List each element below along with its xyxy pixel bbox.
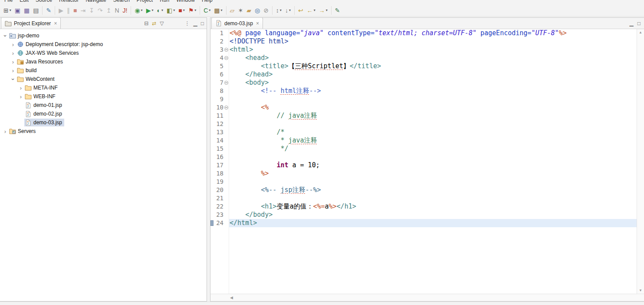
disconnect-button[interactable]: ⇥ (79, 5, 87, 16)
tree-item-meta-inf[interactable]: ›META-INF (0, 83, 207, 92)
minimize-icon[interactable]: ▁ (630, 21, 634, 26)
java-exception-button[interactable]: J! (122, 5, 129, 16)
scroll-down-icon[interactable]: ▼ (639, 288, 642, 292)
chevron-expanded-icon[interactable]: › (10, 76, 16, 83)
mark-occurrences-button[interactable]: ✎ (334, 5, 342, 16)
sort-button[interactable]: ↕▾ (275, 5, 283, 16)
chevron-collapsed-icon[interactable]: › (10, 59, 16, 65)
skip-breakpoints-button[interactable]: N (113, 5, 120, 16)
code-line-text[interactable]: <title>【三种Scriptlet】</title> (229, 62, 637, 70)
menu-refactor[interactable]: Refactor (56, 0, 82, 4)
new-button[interactable]: ⊞▾ (2, 5, 13, 16)
scroll-left-icon[interactable]: ◀ (230, 295, 233, 300)
sash[interactable] (207, 17, 210, 302)
tree-item-demo-03-jsp[interactable]: Jdemo-03.jsp (0, 118, 207, 127)
dropdown-arrow-icon[interactable]: ▾ (141, 8, 143, 12)
coverage-button[interactable]: ◐▾ (155, 5, 164, 16)
menu-file[interactable]: File (1, 0, 16, 4)
code-line-text[interactable]: // java注释 (229, 112, 637, 120)
code-line-text[interactable] (229, 153, 637, 161)
code-line-text[interactable]: <%@ page language="java" contentType="te… (229, 29, 637, 37)
new-java-package-button[interactable]: ▩▾ (213, 5, 223, 16)
dropdown-arrow-icon[interactable]: ▾ (151, 8, 153, 12)
print-button[interactable]: ▤ (32, 5, 40, 16)
dropdown-arrow-icon[interactable]: ▾ (280, 8, 282, 12)
code-line-text[interactable] (229, 194, 637, 202)
debug-flag-button[interactable]: ⚑▾ (187, 5, 198, 16)
step-return-button[interactable]: ↥ (105, 5, 113, 16)
chevron-collapsed-icon[interactable]: › (17, 93, 24, 100)
collapse-fold-icon[interactable] (224, 48, 228, 52)
collapse-fold-icon[interactable] (224, 81, 228, 85)
code-line-text[interactable]: <body> (229, 79, 637, 87)
scroll-up-icon[interactable]: ▲ (639, 30, 642, 34)
collapse-fold-icon[interactable] (224, 56, 228, 60)
minimize-icon[interactable]: ▁ (194, 21, 197, 26)
filter-icon[interactable]: ▽ (160, 21, 164, 26)
code-line-text[interactable] (229, 120, 637, 128)
tree-item-jax-ws-web-services[interactable]: ›JAX-WS Web Services (0, 49, 207, 57)
menu-search[interactable]: Search (110, 0, 133, 4)
code-line-text[interactable]: <% (229, 103, 637, 112)
code-line-text[interactable]: <h1>变量a的值：<%=a%></h1> (229, 202, 637, 211)
dropdown-arrow-icon[interactable]: ▾ (173, 8, 175, 12)
profile-button[interactable]: ■▾ (177, 5, 186, 16)
menu-navigate[interactable]: Navigate (82, 0, 109, 4)
open-task-button[interactable]: ✎ (45, 5, 53, 16)
debug-button[interactable]: ◉▾ (133, 5, 144, 16)
maximize-icon[interactable]: □ (637, 21, 641, 26)
tree-item-deployment-descriptor-jsp-demo[interactable]: ›Deployment Descriptor: jsp-demo (0, 40, 207, 49)
dropdown-arrow-icon[interactable]: ▾ (326, 8, 328, 12)
horizontal-scrollbar[interactable]: ◀ (210, 294, 644, 301)
tree-item-jsp-demo[interactable]: ›jsp-demo (0, 31, 207, 40)
external-tools-button[interactable]: ✶ (237, 5, 244, 16)
code-line-text[interactable]: </body> (229, 211, 637, 219)
close-icon[interactable]: × (256, 20, 259, 27)
resume-button[interactable]: ▶ (57, 5, 65, 16)
terminate-button[interactable]: ■ (72, 5, 78, 16)
open-resource-button[interactable]: ▰ (245, 5, 253, 16)
code-line-text[interactable] (229, 178, 637, 186)
run-button[interactable]: ▶▾ (145, 5, 155, 16)
code-line-text[interactable]: </html> (229, 219, 637, 227)
dropdown-arrow-icon[interactable]: ▾ (221, 8, 223, 12)
dropdown-arrow-icon[interactable]: ▾ (289, 8, 291, 12)
code-line-text[interactable]: * java注释 (229, 136, 637, 145)
save-all-button[interactable]: ▦ (23, 5, 31, 16)
link-with-editor-icon[interactable]: ⇄ (152, 21, 156, 26)
forward-button[interactable]: →▾ (318, 5, 329, 16)
new-java-class-button[interactable]: C▾ (202, 5, 212, 16)
maximize-icon[interactable]: □ (201, 21, 204, 26)
menu-run[interactable]: Run (156, 0, 173, 4)
chevron-collapsed-icon[interactable]: › (17, 85, 24, 91)
chevron-expanded-icon[interactable]: › (2, 32, 9, 39)
dropdown-arrow-icon[interactable]: ▾ (161, 8, 163, 12)
annotations-button[interactable]: ↓▾ (284, 5, 292, 16)
dropdown-arrow-icon[interactable]: ▾ (194, 8, 196, 12)
chevron-collapsed-icon[interactable]: › (10, 67, 16, 74)
code-line-text[interactable]: */ (229, 145, 637, 153)
code-line-text[interactable]: %> (229, 169, 637, 178)
collapse-all-icon[interactable]: ⊟ (144, 21, 148, 26)
step-into-button[interactable]: ↧ (88, 5, 95, 16)
tree-item-webcontent[interactable]: ›WebContent (0, 75, 207, 83)
save-button[interactable]: ▣ (13, 5, 22, 16)
chevron-collapsed-icon[interactable]: › (10, 50, 16, 56)
code-line-text[interactable] (229, 95, 637, 103)
code-line-text[interactable]: <!DOCTYPE html> (229, 37, 637, 46)
skip-all-breakpoints-button[interactable]: ⊘ (262, 5, 270, 16)
dropdown-arrow-icon[interactable]: ▾ (10, 8, 11, 12)
code-line-text[interactable]: <!-- html注释--> (229, 87, 637, 95)
view-menu-icon[interactable]: ⋮ (185, 21, 190, 26)
tree-item-servers[interactable]: ›Servers (0, 127, 207, 136)
tree-item-demo-01-jsp[interactable]: Jdemo-01.jsp (0, 101, 207, 109)
suspend-button[interactable]: ∥ (66, 5, 71, 16)
tree-item-demo-02-jsp[interactable]: Jdemo-02.jsp (0, 109, 207, 118)
editor-tab-demo-03[interactable]: J demo-03.jsp × (211, 17, 263, 29)
close-icon[interactable]: × (54, 20, 57, 27)
chevron-collapsed-icon[interactable]: › (2, 128, 9, 135)
menu-edit[interactable]: Edit (16, 0, 32, 4)
dropdown-arrow-icon[interactable]: ▾ (314, 8, 315, 12)
code-line-text[interactable]: <head> (229, 54, 637, 62)
code-line-text[interactable]: <html> (229, 46, 637, 54)
